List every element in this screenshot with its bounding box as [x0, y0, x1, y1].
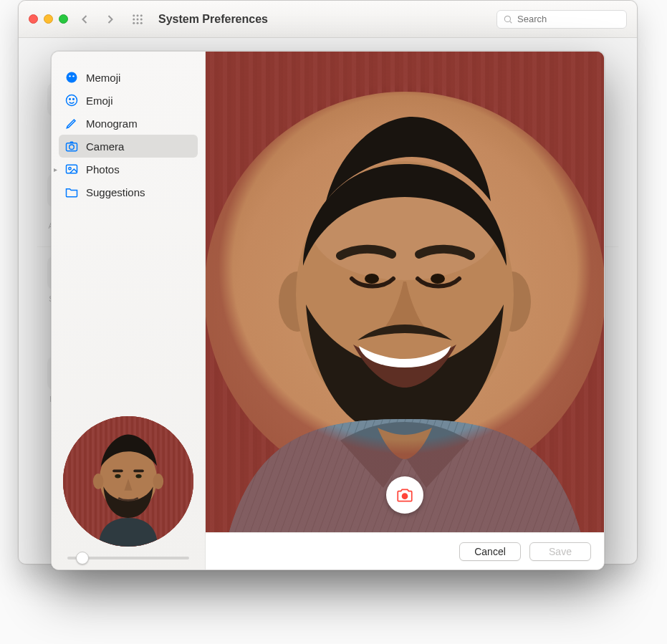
- sidebar-item-photos[interactable]: ▸ Photos: [59, 158, 198, 181]
- save-button-label: Save: [549, 546, 572, 557]
- sidebar-item-label: Memoji: [86, 72, 120, 84]
- svg-point-11: [67, 72, 77, 83]
- take-photo-button[interactable]: [386, 476, 423, 514]
- svg-line-10: [510, 21, 512, 23]
- svg-point-8: [140, 21, 143, 24]
- svg-point-9: [504, 16, 510, 21]
- svg-point-26: [93, 474, 104, 489]
- sidebar-item-memoji[interactable]: Memoji: [59, 66, 198, 89]
- svg-point-1: [137, 14, 139, 16]
- svg-rect-30: [112, 470, 123, 473]
- svg-point-27: [153, 474, 164, 489]
- svg-point-20: [69, 168, 71, 170]
- svg-point-4: [137, 18, 139, 20]
- forward-button[interactable]: [101, 10, 120, 29]
- search-field[interactable]: [496, 10, 627, 29]
- cancel-button[interactable]: Cancel: [459, 542, 521, 561]
- svg-point-0: [133, 14, 135, 16]
- save-button[interactable]: Save: [529, 542, 591, 561]
- sidebar-item-monogram[interactable]: Monogram: [59, 112, 198, 135]
- svg-point-18: [69, 145, 75, 150]
- cancel-button-label: Cancel: [474, 546, 506, 557]
- zoom-window-button[interactable]: [59, 14, 68, 24]
- camera-preview: [206, 52, 604, 532]
- svg-point-14: [67, 95, 77, 106]
- folder-icon: [64, 185, 79, 199]
- sidebar: Memoji Emoji Monogram Camera: [52, 52, 206, 569]
- avatar-picker-dialog: Memoji Emoji Monogram Camera: [51, 51, 605, 570]
- svg-point-16: [73, 99, 75, 100]
- window-controls: [29, 14, 68, 24]
- close-window-button[interactable]: [29, 14, 38, 24]
- dialog-footer: Cancel Save: [206, 532, 604, 569]
- svg-point-29: [135, 474, 141, 478]
- pencil-icon: [64, 116, 79, 130]
- svg-rect-31: [133, 470, 144, 473]
- sidebar-item-label: Camera: [86, 140, 124, 153]
- photos-icon: [64, 162, 79, 176]
- sidebar-item-label: Photos: [86, 163, 120, 176]
- sidebar-item-emoji[interactable]: Emoji: [59, 89, 198, 112]
- sidebar-item-suggestions[interactable]: Suggestions: [59, 181, 198, 203]
- person-thumbnail-illustration: [63, 416, 193, 547]
- svg-point-7: [137, 21, 139, 24]
- source-list: Memoji Emoji Monogram Camera: [52, 62, 205, 416]
- show-all-button[interactable]: [128, 10, 147, 29]
- svg-point-37: [431, 274, 445, 284]
- svg-point-6: [133, 21, 135, 24]
- svg-point-15: [69, 99, 71, 100]
- sidebar-item-label: Suggestions: [86, 186, 145, 198]
- camera-icon: [64, 139, 79, 153]
- memoji-icon: [64, 70, 79, 85]
- search-input[interactable]: [517, 14, 620, 24]
- svg-point-5: [140, 18, 143, 20]
- emoji-icon: [64, 93, 79, 107]
- chevron-right-icon: ▸: [54, 165, 57, 173]
- sidebar-item-label: Monogram: [86, 117, 138, 130]
- dialog-main: Cancel Save: [206, 52, 604, 569]
- sidebar-item-label: Emoji: [86, 95, 113, 107]
- svg-point-42: [402, 493, 408, 499]
- svg-point-36: [365, 274, 379, 284]
- titlebar: System Preferences: [19, 1, 637, 38]
- svg-point-2: [140, 14, 143, 16]
- svg-point-28: [115, 474, 120, 478]
- camera-shutter-icon: [395, 486, 414, 504]
- search-icon: [503, 14, 513, 24]
- minimize-window-button[interactable]: [44, 14, 53, 24]
- svg-point-12: [69, 75, 70, 77]
- camera-preview-person: [219, 115, 591, 532]
- back-button[interactable]: [75, 10, 94, 29]
- sidebar-item-camera[interactable]: Camera: [59, 135, 198, 158]
- window-title: System Preferences: [158, 13, 268, 26]
- svg-point-13: [72, 75, 74, 77]
- zoom-slider[interactable]: [67, 557, 189, 559]
- avatar-preview-thumbnail: [63, 416, 193, 547]
- svg-point-3: [133, 18, 135, 20]
